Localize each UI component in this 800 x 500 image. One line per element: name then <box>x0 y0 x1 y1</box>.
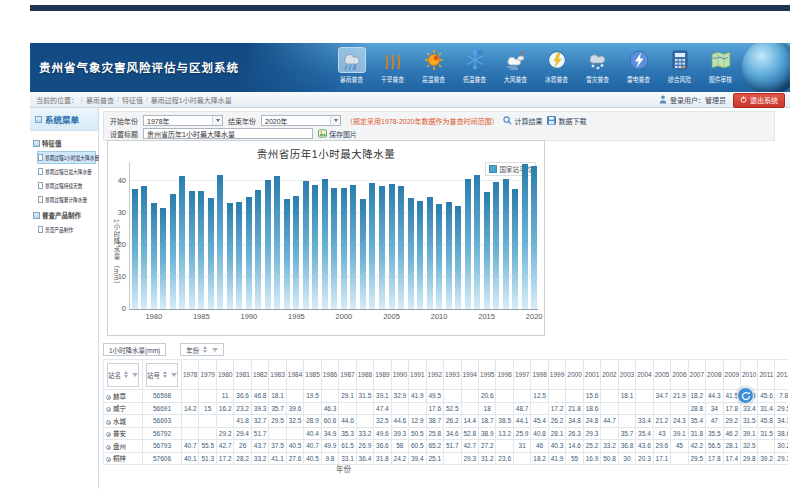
station-select-cell[interactable]: 盘州 <box>104 440 143 453</box>
sidebar-item-1-4[interactable]: 暴雨过程累计降水量 <box>37 193 96 206</box>
bar-1985[interactable] <box>198 191 204 309</box>
year-header-1990[interactable]: 1990 <box>391 360 408 390</box>
year-header-1996[interactable]: 1996 <box>496 360 513 390</box>
calc-result-button[interactable]: 计算结果 <box>503 116 542 126</box>
sidebar-item-1-2[interactable]: 暴雨过程日最大降水量 <box>37 165 96 178</box>
bar-1989[interactable] <box>236 202 242 309</box>
bar-1994[interactable] <box>284 199 290 309</box>
bar-2008[interactable] <box>417 201 423 309</box>
bar-1996[interactable] <box>303 181 309 309</box>
year-header-2009[interactable]: 2009 <box>723 360 740 390</box>
toolbar-item-4[interactable]: 低温普查 <box>456 47 493 84</box>
station-id-header[interactable]: 站号 <box>143 360 182 390</box>
bar-1992[interactable] <box>265 180 271 309</box>
sidebar-item-1-3[interactable]: 暴雨过程持续天数 <box>37 179 96 192</box>
data-download-button[interactable]: 数据下载 <box>547 116 586 126</box>
bar-2004[interactable] <box>379 186 385 309</box>
chart-title-input[interactable]: 贵州省历年1小时最大降水量 <box>143 128 313 139</box>
bar-2020[interactable] <box>531 166 537 309</box>
bar-1991[interactable] <box>255 190 261 309</box>
toolbar-item-10[interactable]: 图件审核 <box>702 47 739 84</box>
breadcrumb-item[interactable]: 特征值 <box>122 95 143 105</box>
year-sort-filter[interactable]: 年份 <box>180 343 224 356</box>
station-select-cell[interactable]: 桐梓 <box>104 452 143 465</box>
bar-2012[interactable] <box>455 206 461 309</box>
radio-icon[interactable] <box>106 407 111 412</box>
bar-1981[interactable] <box>160 208 166 309</box>
year-header-1995[interactable]: 1995 <box>478 360 495 390</box>
toolbar-item-5[interactable]: 大风普查 <box>497 47 534 84</box>
bar-1988[interactable] <box>227 203 233 309</box>
sidebar-group-1[interactable]: 特征值 <box>31 135 97 150</box>
bar-1986[interactable] <box>208 198 214 309</box>
bar-2002[interactable] <box>360 199 366 309</box>
radio-icon[interactable] <box>106 432 111 437</box>
bar-1997[interactable] <box>312 185 318 309</box>
year-header-1994[interactable]: 1994 <box>461 360 478 390</box>
bar-2007[interactable] <box>408 198 414 309</box>
bar-2011[interactable] <box>446 202 452 309</box>
bar-2001[interactable] <box>350 185 356 309</box>
toolbar-item-3[interactable]: 高温普查 <box>415 47 452 84</box>
bar-1993[interactable] <box>274 176 280 309</box>
bar-2010[interactable] <box>436 204 442 309</box>
year-header-1988[interactable]: 1988 <box>356 360 373 390</box>
bar-1982[interactable] <box>170 194 176 309</box>
sidebar-group-2[interactable]: 普查产品制作 <box>31 207 97 222</box>
year-header-1993[interactable]: 1993 <box>444 360 461 390</box>
year-header-1997[interactable]: 1997 <box>513 360 530 390</box>
bar-1987[interactable] <box>217 175 223 309</box>
bar-1999[interactable] <box>331 188 337 309</box>
year-header-2002[interactable]: 2002 <box>601 360 618 390</box>
year-header-2007[interactable]: 2007 <box>688 360 705 390</box>
year-header-2000[interactable]: 2000 <box>566 360 583 390</box>
station-select-cell[interactable]: 水城 <box>104 415 143 428</box>
bar-2005[interactable] <box>389 184 395 309</box>
radio-icon[interactable] <box>106 445 111 450</box>
start-year-select[interactable]: 1978年 <box>143 115 223 126</box>
year-header-1999[interactable]: 1999 <box>548 360 565 390</box>
year-header-1981[interactable]: 1981 <box>234 360 251 390</box>
bar-2009[interactable] <box>427 197 433 309</box>
bar-2015[interactable] <box>484 192 490 309</box>
sidebar-item-1-1[interactable]: 暴雨过程1小时最大降水量 <box>37 151 96 164</box>
logout-button[interactable]: 退出系统 <box>733 93 785 108</box>
year-header-2011[interactable]: 2011 <box>758 360 775 390</box>
end-year-select[interactable]: 2020年 <box>261 115 341 126</box>
toolbar-item-6[interactable]: 冰雹普查 <box>538 47 575 84</box>
bar-1978[interactable] <box>132 189 138 309</box>
bar-1990[interactable] <box>246 197 252 309</box>
year-header-1992[interactable]: 1992 <box>426 360 443 390</box>
refresh-float-button[interactable] <box>737 387 754 404</box>
year-header-1991[interactable]: 1991 <box>409 360 426 390</box>
year-header-1984[interactable]: 1984 <box>286 360 303 390</box>
bar-2014[interactable] <box>474 175 480 309</box>
station-select-cell[interactable]: 普安 <box>104 427 143 440</box>
year-header-2001[interactable]: 2001 <box>583 360 600 390</box>
year-header-1998[interactable]: 1998 <box>531 360 548 390</box>
bar-1980[interactable] <box>151 203 157 309</box>
year-header-1980[interactable]: 1980 <box>216 360 233 390</box>
toolbar-item-9[interactable]: 综合风险 <box>661 47 698 84</box>
station-name-header[interactable]: 站名 <box>104 360 143 390</box>
year-header-2003[interactable]: 2003 <box>618 360 635 390</box>
radio-icon[interactable] <box>106 420 111 425</box>
bar-2006[interactable] <box>398 186 404 309</box>
toolbar-item-7[interactable]: 雪灾普查 <box>579 47 616 84</box>
year-header-1985[interactable]: 1985 <box>304 360 321 390</box>
bar-2003[interactable] <box>369 183 375 309</box>
year-header-2010[interactable]: 2010 <box>741 360 758 390</box>
value-type-filter[interactable]: 1小时降水量(mm) <box>103 343 166 356</box>
year-header-1982[interactable]: 1982 <box>251 360 268 390</box>
toolbar-item-8[interactable]: 雷电普查 <box>620 47 657 84</box>
year-header-1978[interactable]: 1978 <box>182 360 199 390</box>
year-header-1979[interactable]: 1979 <box>199 360 216 390</box>
year-header-2008[interactable]: 2008 <box>706 360 723 390</box>
bar-1983[interactable] <box>179 176 185 309</box>
bar-2000[interactable] <box>341 188 347 309</box>
bar-2019[interactable] <box>522 164 528 309</box>
breadcrumb-item[interactable]: 暴雨过程1小时最大降水量 <box>151 95 232 105</box>
bar-2018[interactable] <box>512 189 518 309</box>
radio-icon[interactable] <box>106 457 111 462</box>
bar-2013[interactable] <box>465 179 471 309</box>
